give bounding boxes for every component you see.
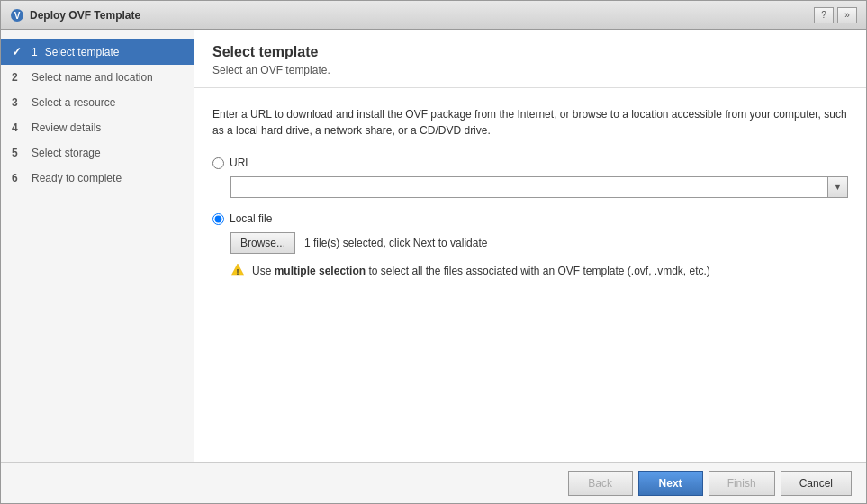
titlebar-right: ? » [814,7,857,23]
url-radio[interactable] [212,158,224,169]
panel-header: Select template Select an OVF template. [194,30,866,88]
warning-bold: multiple selection [275,265,366,277]
panel-title: Select template [212,44,848,60]
titlebar-left: V Deploy OVF Template [10,8,140,22]
url-input-row: ▼ [230,176,848,198]
cancel-button[interactable]: Cancel [781,471,852,496]
expand-button[interactable]: » [837,7,857,23]
step-4-num: 4 [12,122,26,134]
sidebar-item-select-resource[interactable]: 3 Select a resource [1,90,194,115]
right-panel: Select template Select an OVF template. … [194,30,866,462]
panel-body: Enter a URL to download and install the … [194,88,866,462]
next-button[interactable]: Next [638,471,703,496]
sidebar-step-2-text: Select name and location [32,71,153,84]
panel-subtitle: Select an OVF template. [212,64,848,76]
warning-suffix: to select all the files associated with … [366,265,710,277]
titlebar-title: Deploy OVF Template [30,9,140,22]
svg-text:V: V [14,11,21,21]
footer: Back Next Finish Cancel [1,462,866,503]
file-selected-text: 1 file(s) selected, click Next to valida… [304,237,487,249]
warning-row: ! Use multiple selection to select all t… [230,263,848,280]
sidebar-item-select-storage[interactable]: 5 Select storage [1,140,194,166]
step-5-num: 5 [12,147,26,159]
sidebar-item-review-details[interactable]: 4 Review details [1,115,194,140]
deploy-ovf-dialog: V Deploy OVF Template ? » ✓ 1 Select tem… [0,0,867,504]
finish-button[interactable]: Finish [709,471,775,496]
url-radio-label: URL [230,157,251,169]
url-dropdown-button[interactable]: ▼ [828,176,848,198]
description-text: Enter a URL to download and install the … [212,106,848,139]
sidebar-item-name-location[interactable]: 2 Select name and location [1,65,194,90]
url-radio-row: URL [212,157,848,169]
step-3-num: 3 [12,96,26,109]
local-file-radio[interactable] [212,213,224,225]
sidebar-step-1-label: 1 [32,46,38,58]
sidebar-step-5-text: Select storage [32,147,101,159]
warning-icon: ! [230,263,245,280]
step-6-num: 6 [12,172,26,184]
sidebar-step-3-text: Select a resource [32,96,115,109]
browse-row: Browse... 1 file(s) selected, click Next… [230,232,848,254]
sidebar-step-6-text: Ready to complete [32,172,122,184]
sidebar-item-ready-complete[interactable]: 6 Ready to complete [1,166,194,191]
sidebar-step-1-text: Select template [45,46,120,58]
sidebar-step-4-text: Review details [32,122,101,134]
cloud-icon: V [10,8,24,22]
sidebar-item-select-template[interactable]: ✓ 1 Select template [1,39,194,65]
sidebar: ✓ 1 Select template 2 Select name and lo… [1,30,194,462]
warning-prefix: Use [252,265,275,277]
back-button[interactable]: Back [568,471,633,496]
help-button[interactable]: ? [814,7,834,23]
warning-text: Use multiple selection to select all the… [252,263,710,279]
checkmark-icon: ✓ [12,45,26,58]
local-file-radio-label: Local file [230,212,272,225]
step-2-num: 2 [12,71,26,84]
url-input[interactable] [230,176,828,198]
local-file-section: Browse... 1 file(s) selected, click Next… [230,232,848,280]
local-file-radio-row: Local file [212,212,848,225]
svg-text:!: ! [237,267,239,276]
browse-button[interactable]: Browse... [230,232,295,254]
titlebar: V Deploy OVF Template ? » [1,1,866,30]
main-content: ✓ 1 Select template 2 Select name and lo… [1,30,866,462]
